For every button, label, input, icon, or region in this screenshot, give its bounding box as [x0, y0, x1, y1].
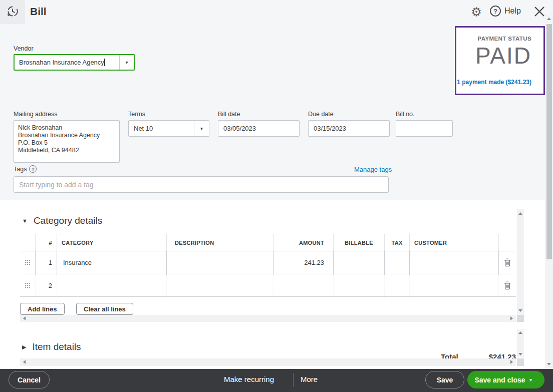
table-header-row: # CATEGORY DESCRIPTION AMOUNT BILLABLE T…	[20, 234, 516, 251]
trash-column-header	[498, 234, 516, 251]
scroll-up-icon[interactable]	[518, 212, 522, 215]
col-header-tax: TAX	[384, 234, 409, 251]
payment-status-label: PAYMENT STATUS	[456, 36, 531, 42]
bill-form-window: Bill ⚙ ? Help PAYMENT STATUS PAID 1 paym…	[0, 0, 553, 392]
billable-cell[interactable]	[333, 251, 384, 274]
col-header-category: CATEGORY	[57, 234, 166, 251]
clear-all-lines-button[interactable]: Clear all lines	[76, 303, 133, 315]
save-and-close-button[interactable]: Save and close ▾	[467, 371, 544, 388]
due-date-label: Due date	[308, 111, 334, 118]
customer-cell[interactable]	[409, 274, 498, 296]
scroll-down-icon[interactable]	[518, 309, 522, 312]
scroll-up-icon[interactable]	[518, 331, 522, 334]
description-cell[interactable]	[166, 274, 273, 296]
scroll-up-icon[interactable]	[547, 18, 551, 20]
payment-status-value: PAID	[456, 43, 531, 69]
billable-cell[interactable]	[333, 274, 384, 296]
trash-icon[interactable]	[498, 274, 516, 296]
description-cell[interactable]	[166, 251, 273, 274]
terms-dropdown-arrow-icon: ▾	[194, 121, 209, 136]
collapse-triangle-icon: ▼	[22, 218, 28, 224]
scroll-down-icon[interactable]	[518, 353, 522, 355]
col-header-description: DESCRIPTION	[166, 234, 273, 251]
amount-cell[interactable]	[273, 274, 333, 296]
drag-column-header	[20, 234, 35, 251]
vendor-value: Brosnahan Insurance Agency	[19, 59, 104, 66]
category-cell[interactable]	[57, 274, 166, 296]
help-button[interactable]: ? Help	[490, 6, 521, 17]
footer-divider	[293, 373, 294, 387]
save-button[interactable]: Save	[425, 371, 464, 388]
cancel-button[interactable]: Cancel	[9, 371, 50, 388]
vendor-label: Vendor	[14, 45, 34, 52]
item-vertical-scrollbar[interactable]	[517, 329, 524, 357]
close-icon[interactable]	[533, 5, 546, 18]
category-details-table: # CATEGORY DESCRIPTION AMOUNT BILLABLE T…	[20, 234, 516, 297]
table-row: 2	[20, 274, 516, 297]
bill-no-label: Bill no.	[396, 111, 415, 118]
mailing-address-field[interactable]: Nick Brosnahan Brosnahan Insurance Agenc…	[14, 120, 120, 163]
page-title: Bill	[30, 6, 47, 18]
customer-cell[interactable]	[409, 251, 498, 274]
payments-made-link[interactable]: 1 payment made ($241.23)	[457, 79, 531, 86]
item-details-title: Item details	[32, 341, 81, 352]
expand-triangle-icon: ▶	[22, 344, 26, 350]
bill-date-input[interactable]	[218, 120, 300, 137]
vendor-dropdown-arrow-icon[interactable]: ▾	[119, 55, 134, 70]
bill-no-input[interactable]	[396, 120, 453, 137]
tax-cell[interactable]	[384, 251, 409, 274]
tax-cell[interactable]	[384, 274, 409, 296]
recent-transactions-button[interactable]	[0, 0, 25, 24]
scroll-down-icon[interactable]	[547, 363, 551, 365]
page-vertical-scrollbar[interactable]	[545, 14, 553, 369]
save-and-close-label: Save and close	[467, 376, 529, 384]
col-header-num: #	[35, 234, 57, 251]
col-header-amount: AMOUNT	[273, 234, 333, 251]
clock-history-icon	[6, 5, 20, 20]
add-lines-button[interactable]: Add lines	[20, 303, 65, 315]
scroll-left-icon[interactable]	[23, 360, 26, 364]
scroll-right-icon[interactable]	[510, 316, 513, 320]
footer-bar: Cancel Make recurring More Save Save and…	[0, 369, 553, 392]
save-options-dropdown-icon[interactable]: ▾	[529, 377, 544, 382]
terms-select[interactable]: Net 10 ▾	[128, 120, 209, 137]
payment-status-box: PAYMENT STATUS PAID 1 payment made ($241…	[455, 26, 545, 95]
item-horizontal-scrollbar[interactable]	[20, 358, 516, 366]
category-vertical-scrollbar[interactable]	[517, 209, 524, 315]
scrollbar-thumb[interactable]	[546, 24, 552, 259]
col-header-customer: CUSTOMER	[409, 234, 498, 251]
category-details-title: Category details	[34, 215, 102, 226]
row-number: 2	[35, 274, 57, 296]
drag-handle[interactable]	[20, 251, 35, 274]
make-recurring-button[interactable]: Make recurring	[224, 375, 274, 383]
mailing-address-label: Mailing address	[14, 111, 58, 118]
trash-icon[interactable]	[498, 251, 516, 274]
help-icon: ?	[490, 6, 501, 17]
bill-date-label: Bill date	[218, 111, 240, 118]
tags-help-icon[interactable]: ?	[29, 165, 37, 173]
tags-label: Tags	[14, 166, 27, 173]
category-details-toggle[interactable]: ▼ Category details	[22, 215, 102, 226]
tags-input[interactable]	[14, 176, 389, 193]
amount-cell[interactable]: 241.23	[273, 251, 333, 274]
terms-label: Terms	[128, 111, 145, 118]
scrollbar-corner	[517, 358, 524, 366]
row-number: 1	[35, 251, 57, 274]
drag-handle[interactable]	[20, 274, 35, 296]
category-horizontal-scrollbar[interactable]	[20, 315, 516, 322]
terms-value: Net 10	[129, 125, 194, 132]
table-row: 1 Insurance 241.23	[20, 251, 516, 274]
help-label: Help	[504, 7, 521, 16]
vendor-select[interactable]: Brosnahan Insurance Agency ▾	[14, 54, 135, 71]
manage-tags-link[interactable]: Manage tags	[354, 166, 392, 173]
due-date-input[interactable]	[308, 120, 390, 137]
scroll-right-icon[interactable]	[510, 360, 513, 364]
scroll-left-icon[interactable]	[23, 316, 26, 320]
gear-icon[interactable]: ⚙	[470, 6, 483, 19]
item-details-toggle[interactable]: ▶ Item details	[22, 341, 81, 352]
text-cursor	[104, 59, 105, 66]
more-button[interactable]: More	[301, 375, 318, 383]
col-header-billable: BILLABLE	[333, 234, 384, 251]
scrollbar-corner	[517, 315, 524, 322]
category-cell[interactable]: Insurance	[57, 251, 166, 274]
